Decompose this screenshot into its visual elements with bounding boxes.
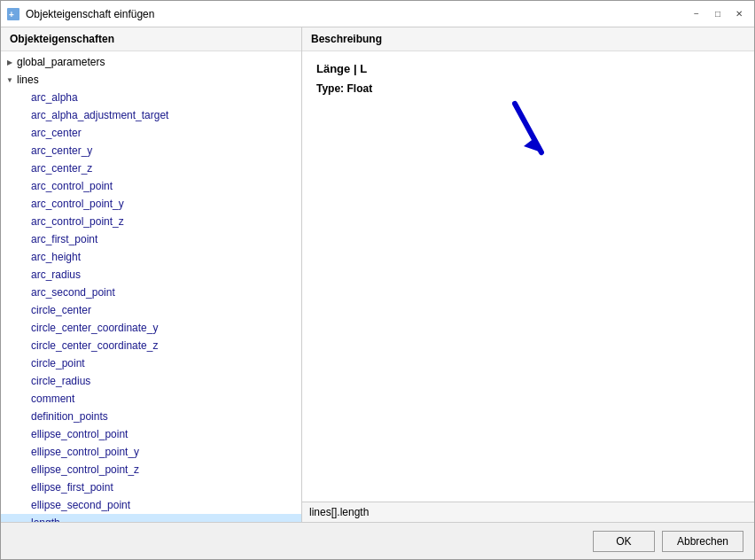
tree-category-global_parameters[interactable]: ▶global_parameters [1,53,301,71]
tree-leaf-label: arc_control_point_y [31,198,124,210]
tree-leaf-label: ellipse_second_point [31,499,130,511]
chevron-right-icon: ▶ [4,57,15,67]
tree-leaf-comment[interactable]: comment [1,390,301,408]
type-label: Type: [316,82,344,95]
window-icon: + [6,7,20,21]
tree-leaf-label: definition_points [31,410,108,423]
tree-leaf-label: ellipse_control_point_z [31,463,139,476]
content-area: Objekteigenschaften ▶global_parameters▼l… [1,27,754,522]
tree-leaf-definition_points[interactable]: definition_points [1,408,301,425]
window-title: Objekteigenschaft einfügen [26,8,154,20]
tree-leaf-label: ellipse_control_point_y [31,446,139,458]
tree-leaf-label: circle_center_coordinate_z [31,339,158,352]
tree-leaf-label: comment [31,393,74,405]
ok-button[interactable]: OK [593,531,655,552]
tree-leaf-arc_alpha[interactable]: arc_alpha [1,89,301,106]
left-panel: Objekteigenschaften ▶global_parameters▼l… [1,27,302,522]
tree-leaf-arc_center_y[interactable]: arc_center_y [1,142,301,159]
cancel-button[interactable]: Abbrechen [662,531,743,552]
description-title: Länge | L [316,62,740,75]
chevron-down-icon: ▼ [4,74,15,85]
left-panel-header: Objekteigenschaften [1,27,301,51]
tree-container[interactable]: ▶global_parameters▼linesarc_alphaarc_alp… [1,51,301,522]
main-window: + Objekteigenschaft einfügen − □ ✕ Objek… [0,0,755,560]
arrow-area [316,95,740,166]
tree-leaf-arc_center[interactable]: arc_center [1,124,301,142]
tree-leaf-label: arc_center_y [31,144,92,157]
tree-leaf-arc_radius[interactable]: arc_radius [1,266,301,284]
tree-leaf-arc_control_point_y[interactable]: arc_control_point_y [1,195,301,213]
tree-leaf-label: arc_alpha_adjustment_target [31,109,168,121]
tree-category-lines[interactable]: ▼lines [1,71,301,89]
right-panel-header: Beschreibung [302,27,754,51]
tree-leaf-label: arc_center [31,127,82,139]
tree-leaf-label: arc_second_point [31,286,115,299]
tree-category-label: global_parameters [17,56,105,68]
tree-leaf-circle_point[interactable]: circle_point [1,354,301,372]
tree-leaf-ellipse_control_point_z[interactable]: ellipse_control_point_z [1,461,301,478]
footer: OK Abbrechen [1,522,754,559]
close-button[interactable]: ✕ [729,5,749,23]
tree-leaf-ellipse_second_point[interactable]: ellipse_second_point [1,496,301,514]
right-panel: Beschreibung Länge | L Type: Float [302,27,754,522]
tree-leaf-label: arc_radius [31,268,81,281]
tree-leaf-circle_radius[interactable]: circle_radius [1,372,301,390]
tree-leaf-label: circle_center [31,304,91,316]
tree-leaf-circle_center_coordinate_z[interactable]: circle_center_coordinate_z [1,337,301,354]
tree-leaf-label: arc_first_point [31,233,97,245]
tree-leaf-arc_height[interactable]: arc_height [1,248,301,266]
description-type: Type: Float [316,82,740,95]
tree-leaf-ellipse_control_point[interactable]: ellipse_control_point [1,425,301,443]
tree-leaf-arc_control_point[interactable]: arc_control_point [1,177,301,195]
title-bar: + Objekteigenschaft einfügen − □ ✕ [1,1,754,27]
arrow-icon [502,95,555,166]
tree-leaf-label: arc_alpha [31,91,78,104]
tree-leaf-ellipse_control_point_y[interactable]: ellipse_control_point_y [1,443,301,461]
tree-leaf-circle_center[interactable]: circle_center [1,301,301,319]
bottom-input-row [302,502,754,522]
property-path-input[interactable] [309,506,747,518]
title-bar-controls: − □ ✕ [687,5,749,23]
tree-category-label: lines [17,74,39,86]
tree-leaf-label: ellipse_control_point [31,428,128,440]
tree-leaf-label: circle_radius [31,375,90,387]
maximize-button[interactable]: □ [708,5,728,23]
svg-text:+: + [9,10,14,19]
tree-leaf-arc_first_point[interactable]: arc_first_point [1,230,301,248]
tree-leaf-label: arc_center_z [31,162,92,175]
tree-leaf-circle_center_coordinate_y[interactable]: circle_center_coordinate_y [1,319,301,337]
tree-leaf-arc_alpha_adjustment_target[interactable]: arc_alpha_adjustment_target [1,106,301,124]
description-area: Länge | L Type: Float [302,51,754,502]
minimize-button[interactable]: − [687,5,706,23]
tree-leaf-arc_center_z[interactable]: arc_center_z [1,159,301,177]
tree-leaf-arc_control_point_z[interactable]: arc_control_point_z [1,213,301,230]
type-value: Float [346,82,372,95]
tree-leaf-ellipse_first_point[interactable]: ellipse_first_point [1,478,301,496]
tree-leaf-label: ellipse_first_point [31,481,113,494]
tree-leaf-label: circle_center_coordinate_y [31,322,158,334]
tree-leaf-label: arc_control_point_z [31,215,124,228]
tree-leaf-label: circle_point [31,357,85,369]
tree-leaf-label: arc_control_point [31,180,113,192]
title-bar-left: + Objekteigenschaft einfügen [6,7,154,21]
tree-leaf-length[interactable]: length [1,514,301,522]
tree-leaf-label: arc_height [31,251,81,263]
tree-leaf-arc_second_point[interactable]: arc_second_point [1,284,301,301]
